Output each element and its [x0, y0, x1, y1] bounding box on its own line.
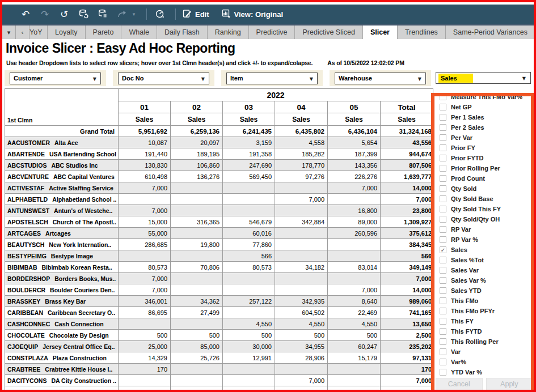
- row-label[interactable]: BESTYPEIMGBestype Image: [5, 250, 119, 262]
- column-header-02[interactable]: 02: [171, 101, 223, 113]
- tab-slicer[interactable]: Slicer: [363, 25, 398, 39]
- cell-value[interactable]: 170: [381, 364, 433, 375]
- measure-item-per-1-sales[interactable]: Per 1 Sales: [434, 112, 534, 122]
- checkbox-icon[interactable]: [440, 287, 446, 294]
- measure-item-sales[interactable]: ✓Sales: [434, 245, 534, 255]
- cell-value[interactable]: 1,639,777: [381, 171, 433, 182]
- measure-item-sales-ytd[interactable]: Sales YTD: [434, 286, 534, 296]
- cell-value[interactable]: 500: [119, 330, 171, 341]
- measure-item-this-fy[interactable]: This FY: [434, 316, 534, 326]
- first-column-header[interactable]: 1st Clmn: [5, 89, 119, 126]
- cell-value[interactable]: 85,000: [171, 341, 223, 352]
- cell-value[interactable]: [275, 228, 328, 239]
- checkbox-icon[interactable]: [440, 348, 446, 355]
- cell-value[interactable]: 178,770: [275, 160, 328, 171]
- checkbox-icon[interactable]: [440, 216, 446, 223]
- checkbox-icon[interactable]: [440, 328, 446, 335]
- grand-total-value[interactable]: 31,324,168: [381, 126, 433, 137]
- row-label[interactable]: BEAUTYSCHNew York Internation..: [5, 239, 119, 250]
- metric-subheader[interactable]: Sales: [171, 113, 223, 126]
- cell-value[interactable]: 346,001: [119, 296, 171, 307]
- tab-predictive-sliced[interactable]: Predictive Sliced: [295, 25, 362, 39]
- cell-value[interactable]: 25,726: [171, 352, 223, 364]
- edit-button[interactable]: Edit: [183, 9, 209, 20]
- measure-item-sales-tot[interactable]: Sales %Tot: [434, 255, 534, 265]
- cell-value[interactable]: 19,800: [171, 239, 223, 250]
- cell-value[interactable]: 10,087: [119, 137, 171, 148]
- filter-dropdown-item[interactable]: Item▼: [226, 73, 318, 84]
- measure-item-prior-rolling-per[interactable]: Prior Rolling Per: [434, 163, 534, 173]
- checkbox-icon[interactable]: [440, 297, 446, 304]
- metric-subheader[interactable]: Sales: [223, 113, 275, 126]
- row-label[interactable]: ABARTENDEUSA Bartending School: [5, 148, 119, 160]
- cell-value[interactable]: 7,000: [381, 375, 433, 386]
- cell-value[interactable]: [223, 205, 275, 216]
- column-header-03[interactable]: 03: [223, 101, 275, 113]
- cell-value[interactable]: 80,573: [119, 262, 171, 273]
- cell-value[interactable]: 60,247: [328, 341, 381, 352]
- checkbox-icon[interactable]: [440, 369, 446, 376]
- checkbox-icon[interactable]: [440, 104, 446, 110]
- row-label[interactable]: CJOEQUIPJersey Central Office Eq..: [5, 341, 119, 352]
- cell-value[interactable]: 741,165: [381, 307, 433, 318]
- column-header-05[interactable]: 05: [328, 101, 381, 113]
- cell-value[interactable]: 7,000: [328, 182, 381, 194]
- cell-value[interactable]: 260,596: [328, 228, 381, 239]
- row-label[interactable]: CONSTPLAZAPlaza Construction: [5, 352, 119, 364]
- checkbox-icon[interactable]: [440, 236, 446, 243]
- cell-value[interactable]: [328, 250, 381, 262]
- cell-value[interactable]: 384,345: [381, 239, 433, 250]
- cell-value[interactable]: 286,685: [119, 239, 171, 250]
- cell-value[interactable]: [275, 250, 328, 262]
- metrics-gauge-icon[interactable]: [154, 9, 166, 19]
- checkbox-icon[interactable]: [440, 359, 446, 365]
- cell-value[interactable]: 143,356: [328, 160, 381, 171]
- cell-value[interactable]: [223, 307, 275, 318]
- measure-item-per-2-sales[interactable]: Per 2 Sales: [434, 122, 534, 133]
- cell-value[interactable]: 2,500: [381, 330, 433, 341]
- cell-value[interactable]: 34,182: [275, 262, 328, 273]
- cell-value[interactable]: 106,860: [171, 160, 223, 171]
- row-label[interactable]: ARTCAGESArtcages: [5, 228, 119, 239]
- cell-value[interactable]: 7,000: [275, 375, 328, 386]
- cell-value[interactable]: 604,502: [275, 307, 328, 318]
- cell-value[interactable]: [275, 205, 328, 216]
- measure-item-net-gp[interactable]: Net GP: [434, 102, 534, 112]
- tab-predictive[interactable]: Predictive: [249, 25, 296, 39]
- column-header-04[interactable]: 04: [275, 101, 328, 113]
- cell-value[interactable]: 3,159: [223, 137, 275, 148]
- row-label[interactable]: BIBIMBABBibimbab Korean Resta..: [5, 262, 119, 273]
- checkbox-icon[interactable]: [440, 226, 446, 233]
- undo-icon[interactable]: ↶: [19, 10, 32, 19]
- cell-value[interactable]: 7,000: [381, 194, 433, 205]
- checkbox-icon[interactable]: [440, 134, 446, 141]
- cell-value[interactable]: [223, 284, 275, 296]
- checkbox-icon[interactable]: [440, 277, 446, 284]
- cell-value[interactable]: [171, 284, 223, 296]
- grand-total-value[interactable]: 6,436,104: [328, 126, 381, 137]
- cell-value[interactable]: 185,282: [275, 148, 328, 160]
- cell-value[interactable]: 375,612: [381, 228, 433, 239]
- cell-value[interactable]: 60,016: [223, 228, 275, 239]
- cell-value[interactable]: 546,679: [223, 216, 275, 228]
- cell-value[interactable]: [171, 375, 223, 386]
- tab-whale[interactable]: Whale: [121, 25, 157, 39]
- cell-value[interactable]: [171, 194, 223, 205]
- tab-loyalty[interactable]: Loyalty: [48, 25, 86, 39]
- tab-daily-flash[interactable]: Daily Flash: [157, 25, 208, 39]
- revert-icon[interactable]: ↺: [58, 10, 70, 19]
- measure-item-qty-sold-this-fy[interactable]: Qty Sold This FY: [434, 204, 534, 214]
- measure-dropdown[interactable]: Sales ▼: [436, 72, 531, 84]
- cell-value[interactable]: 4,550: [223, 318, 275, 330]
- cell-value[interactable]: [119, 318, 171, 330]
- metric-subheader[interactable]: Sales: [328, 113, 381, 126]
- cell-value[interactable]: [171, 364, 223, 375]
- checkbox-icon[interactable]: [440, 267, 446, 274]
- cell-value[interactable]: 34,362: [171, 296, 223, 307]
- cell-value[interactable]: 16,800: [328, 205, 381, 216]
- grand-total-value[interactable]: 6,259,136: [171, 126, 223, 137]
- cell-value[interactable]: 7,000: [381, 273, 433, 284]
- cell-value[interactable]: [328, 375, 381, 386]
- cell-value[interactable]: 566: [223, 250, 275, 262]
- cell-value[interactable]: [119, 250, 171, 262]
